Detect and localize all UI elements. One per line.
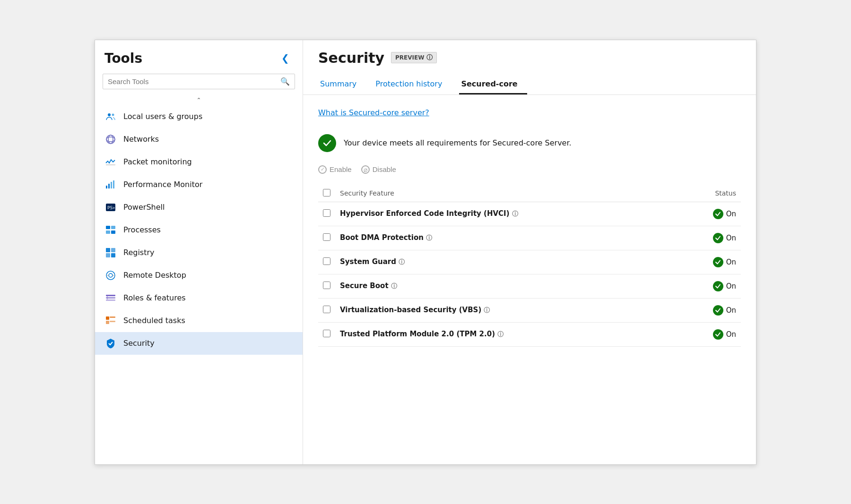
chevron-left-icon: ❮ — [281, 53, 289, 63]
sidebar-collapse-button[interactable]: ❮ — [278, 51, 293, 66]
sidebar-item-local-users[interactable]: Local users & groups — [95, 105, 303, 128]
sidebar-item-remote-desktop[interactable]: Remote Desktop — [95, 264, 303, 287]
info-icon[interactable]: ⓘ — [426, 234, 432, 241]
tabs-row: Summary Protection history Secured-core — [318, 75, 741, 94]
sidebar-item-label-processes: Processes — [123, 225, 161, 234]
feature-name-cell: Trusted Platform Module 2.0 (TPM 2.0) ⓘ — [335, 322, 680, 346]
sidebar-item-label-registry: Registry — [123, 248, 155, 257]
th-checkbox — [318, 185, 335, 202]
main-content: Security PREVIEW ⓘ Summary Protection hi… — [303, 40, 756, 464]
svg-rect-19 — [111, 253, 115, 257]
th-status: Status — [680, 185, 741, 202]
row-checkbox-1[interactable] — [323, 233, 330, 241]
sidebar-item-security[interactable]: Security — [95, 332, 303, 355]
info-icon[interactable]: ⓘ — [497, 331, 504, 338]
sidebar-item-label-scheduled-tasks: Scheduled tasks — [123, 316, 185, 325]
svg-text:PS>: PS> — [107, 205, 115, 210]
svg-rect-16 — [106, 248, 110, 252]
sidebar-header: Tools ❮ — [95, 40, 303, 74]
svg-rect-8 — [111, 182, 112, 188]
success-check-circle — [318, 134, 336, 152]
search-input[interactable] — [108, 77, 280, 85]
status-cell: On — [680, 202, 741, 226]
main-header: Security PREVIEW ⓘ Summary Protection hi… — [303, 40, 756, 95]
small-checkmark-icon — [715, 235, 721, 241]
roles-features-icon — [104, 292, 117, 304]
small-checkmark-icon — [715, 283, 721, 289]
local-users-icon — [104, 111, 117, 123]
svg-rect-6 — [106, 186, 107, 188]
svg-point-21 — [109, 273, 113, 277]
sidebar-item-powershell[interactable]: PS> PowerShell — [95, 196, 303, 219]
sidebar-item-packet-monitoring[interactable]: Packet monitoring — [95, 151, 303, 173]
disable-button[interactable]: ⌀ Disable — [361, 163, 396, 176]
sidebar-item-label-networks: Networks — [123, 135, 159, 144]
table-row: Trusted Platform Module 2.0 (TPM 2.0) ⓘ … — [318, 322, 741, 346]
sidebar-item-roles-features[interactable]: Roles & features — [95, 287, 303, 309]
svg-rect-26 — [106, 299, 115, 301]
svg-rect-31 — [110, 321, 115, 322]
row-checkbox-5[interactable] — [323, 330, 330, 337]
svg-point-1 — [112, 113, 114, 116]
checkmark-icon — [322, 138, 332, 148]
registry-icon — [104, 247, 117, 259]
table-row: Secure Boot ⓘ On — [318, 274, 741, 298]
preview-badge: PREVIEW ⓘ — [391, 52, 436, 63]
sidebar-item-label-performance-monitor: Performance Monitor — [123, 180, 202, 189]
sidebar-item-performance-monitor[interactable]: Performance Monitor — [95, 173, 303, 196]
tab-secured-core[interactable]: Secured-core — [459, 75, 527, 94]
info-icon[interactable]: ⓘ — [399, 258, 405, 265]
preview-label: PREVIEW — [395, 54, 424, 61]
row-checkbox-2[interactable] — [323, 257, 330, 265]
remote-desktop-icon — [104, 269, 117, 282]
feature-name-cell: Secure Boot ⓘ — [335, 274, 680, 298]
search-icon: 🔍 — [280, 77, 290, 85]
search-button[interactable]: 🔍 — [280, 77, 290, 86]
status-cell: On — [680, 274, 741, 298]
tab-summary[interactable]: Summary — [318, 75, 366, 94]
svg-point-2 — [106, 137, 115, 142]
sidebar-item-label-roles-features: Roles & features — [123, 293, 186, 302]
enable-button[interactable]: ✓ Enable — [318, 163, 352, 176]
sidebar-item-label-packet-monitoring: Packet monitoring — [123, 157, 192, 166]
performance-monitor-icon — [104, 179, 117, 191]
sidebar-item-scheduled-tasks[interactable]: Scheduled tasks — [95, 309, 303, 332]
sidebar-item-registry[interactable]: Registry — [95, 241, 303, 264]
svg-point-3 — [108, 135, 113, 144]
status-banner: Your device meets all requirements for S… — [318, 134, 741, 152]
svg-rect-30 — [106, 321, 109, 324]
small-check-circle — [713, 257, 723, 267]
sidebar-item-label-security: Security — [123, 339, 155, 348]
feature-name-cell: Virtualization-based Security (VBS) ⓘ — [335, 298, 680, 322]
sidebar-title: Tools — [104, 51, 142, 66]
disable-label: Disable — [373, 165, 396, 173]
info-icon[interactable]: ⓘ — [391, 282, 397, 290]
info-icon[interactable]: ⓘ — [484, 307, 490, 314]
status-cell: On — [680, 226, 741, 250]
small-checkmark-icon — [715, 211, 721, 217]
scroll-up-arrow[interactable]: ⌃ — [95, 95, 303, 105]
info-icon[interactable]: ⓘ — [512, 210, 518, 217]
status-on-indicator: On — [685, 209, 736, 219]
svg-rect-14 — [106, 231, 110, 234]
svg-rect-28 — [106, 316, 109, 320]
row-checkbox-0[interactable] — [323, 209, 330, 217]
sidebar-item-label-remote-desktop: Remote Desktop — [123, 271, 186, 280]
svg-rect-12 — [106, 226, 110, 229]
sidebar-item-networks[interactable]: Networks — [95, 128, 303, 151]
svg-rect-7 — [108, 184, 110, 188]
row-checkbox-3[interactable] — [323, 282, 330, 289]
enable-icon: ✓ — [318, 165, 327, 174]
select-all-checkbox[interactable] — [323, 189, 330, 196]
sidebar-item-processes[interactable]: Processes — [95, 219, 303, 241]
status-label: On — [726, 210, 736, 218]
row-checkbox-4[interactable] — [323, 306, 330, 313]
tab-protection-history[interactable]: Protection history — [373, 75, 452, 94]
secured-core-link[interactable]: What is Secured-core server? — [318, 108, 429, 117]
status-on-indicator: On — [685, 281, 736, 291]
disable-icon: ⌀ — [361, 165, 370, 174]
status-on-indicator: On — [685, 329, 736, 340]
status-label: On — [726, 234, 736, 242]
th-feature: Security Feature — [335, 185, 680, 202]
packet-monitoring-icon — [104, 156, 117, 168]
